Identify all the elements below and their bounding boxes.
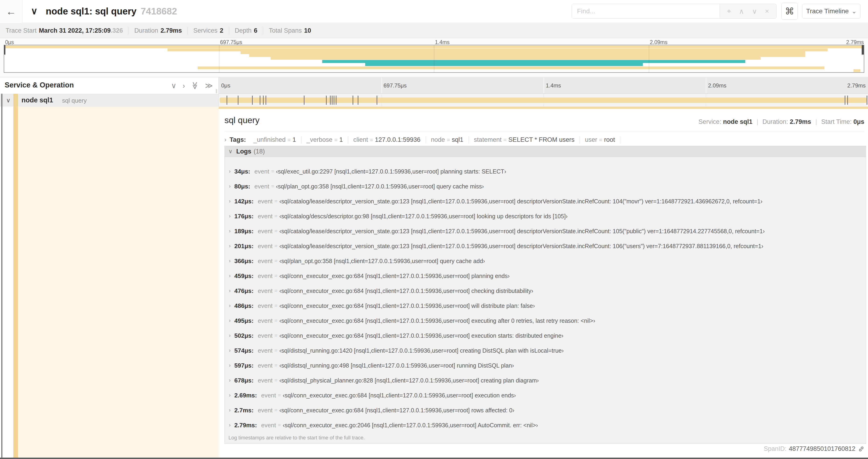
- log-entry[interactable]: › 597μs: event = ‹sql/distsql_running.go…: [225, 358, 866, 373]
- tag-pill: _verbose=1: [302, 136, 348, 143]
- collapse-controls: ∨›≫≫: [171, 81, 213, 90]
- log-marker: [352, 96, 353, 105]
- log-entry[interactable]: › 142μs: event = ‹sql/catalog/lease/desc…: [225, 194, 866, 209]
- span-row-timeline-cell[interactable]: [219, 94, 868, 107]
- log-entry[interactable]: › 189μs: event = ‹sql/catalog/lease/desc…: [225, 224, 866, 239]
- back-button[interactable]: ←: [0, 0, 22, 23]
- minimap-span-bar: [322, 60, 745, 63]
- log-entry[interactable]: › 176μs: event = ‹sql/catalog/descs/desc…: [225, 209, 866, 224]
- left-scrollbar[interactable]: [1, 94, 2, 458]
- logs-label: Logs: [236, 148, 251, 155]
- log-marker: [334, 96, 334, 105]
- log-marker: [332, 96, 333, 105]
- log-entry[interactable]: › 366μs: event = ‹sql/plan_opt.go:358 [n…: [225, 254, 866, 268]
- log-entry[interactable]: › 2.69ms: event = ‹sql/conn_executor_exe…: [225, 388, 866, 403]
- span-detail-meta: Service: node sql1|Duration: 2.79ms|Star…: [699, 118, 864, 126]
- view-selector-button[interactable]: Trace Timeline ⌄: [802, 4, 861, 19]
- tick-label: 2.79ms: [846, 39, 864, 45]
- chevron-right-icon: ›: [229, 213, 230, 219]
- find-controls: ⌖∧∨×: [720, 4, 776, 19]
- spanid-value: 4877749850101760812: [789, 445, 856, 453]
- chevron-down-icon: ⌄: [851, 8, 857, 15]
- log-marker: [330, 96, 331, 105]
- span-collapse-chevron-icon[interactable]: ∨: [6, 97, 10, 104]
- tag-pill: node=sql1: [426, 136, 469, 143]
- minimap-span-bar: [241, 51, 805, 54]
- log-marker: [238, 96, 239, 105]
- spanid-label: SpanID:: [764, 445, 786, 453]
- trace-title: node sql1: sql query7418682: [46, 6, 177, 17]
- logs-footnote: Log timestamps are relative to the start…: [225, 433, 866, 443]
- tags-section-toggle[interactable]: › Tags: _unfinished=1_verbose=1client=12…: [224, 135, 620, 145]
- expand-all-icon[interactable]: ≫: [205, 81, 213, 90]
- chevron-right-icon: ›: [229, 318, 230, 324]
- timeline-header-row: Service & Operation ∨›≫≫ ∥ 0μs697.75μs1.…: [0, 77, 868, 94]
- log-entry[interactable]: › 80μs: event = ‹sql/plan_opt.go:358 [ns…: [225, 179, 866, 194]
- prev-match-icon[interactable]: ∧: [739, 7, 744, 15]
- log-entry[interactable]: › 34μs: event = ‹sql/exec_util.go:2297 […: [225, 164, 866, 179]
- chevron-right-icon: ›: [229, 243, 230, 249]
- trace-id: 7418682: [141, 6, 177, 16]
- minimap-span-bar: [271, 57, 761, 60]
- log-entry[interactable]: › 486μs: event = ‹sql/conn_executor_exec…: [225, 298, 866, 313]
- chevron-right-icon: ›: [229, 288, 230, 294]
- copy-link-icon[interactable]: [858, 446, 865, 453]
- trace-stat: Trace StartMarch 31 2022, 17:25:09.326: [4, 27, 129, 34]
- minimap-tick-labels: 0μs697.75μs1.4ms2.09ms2.79ms: [4, 39, 864, 45]
- minimap-canvas[interactable]: [4, 45, 864, 73]
- span-row-name-cell[interactable]: ∨ node sql1 sql query: [0, 94, 219, 107]
- tag-pill: _unfinished=1: [248, 136, 302, 143]
- trace-collapse-chevron-icon[interactable]: ∨: [31, 6, 37, 16]
- find-input[interactable]: [572, 4, 720, 19]
- operation-name: sql query: [62, 97, 87, 104]
- tick-label: 2.09ms: [650, 39, 667, 45]
- chevron-right-icon: ›: [229, 333, 230, 339]
- keyboard-shortcuts-button[interactable]: ⌘: [781, 3, 798, 20]
- expand-one-icon[interactable]: ›: [183, 81, 185, 90]
- minimap-right-scrubber[interactable]: [862, 45, 864, 55]
- service-tint-background: [18, 107, 219, 459]
- chevron-right-icon: ›: [229, 348, 230, 354]
- divider: [224, 131, 864, 131]
- log-marker: [304, 96, 305, 105]
- log-entry[interactable]: › 201μs: event = ‹sql/catalog/lease/desc…: [225, 239, 866, 254]
- tick-label: 0μs: [5, 39, 14, 45]
- minimap-span-bar: [167, 48, 828, 51]
- tick-label: 697.75μs: [383, 82, 407, 89]
- log-entry[interactable]: › 459μs: event = ‹sql/conn_executor_exec…: [225, 268, 866, 283]
- span-detail-accent-border: [219, 107, 868, 109]
- locate-icon[interactable]: ⌖: [727, 7, 731, 15]
- collapse-one-icon[interactable]: ∨: [171, 81, 177, 90]
- next-match-icon[interactable]: ∨: [752, 7, 757, 15]
- log-entry[interactable]: › 502μs: event = ‹sql/conn_executor_exec…: [225, 328, 866, 343]
- start-time-label: Start Time:: [821, 118, 852, 125]
- log-entry[interactable]: › 574μs: event = ‹sql/distsql_running.go…: [225, 343, 866, 358]
- chevron-right-icon: ›: [229, 407, 230, 413]
- tick-label: 2.09ms: [708, 82, 726, 89]
- chevron-down-icon: ∨: [228, 148, 232, 155]
- collapse-all-icon[interactable]: ≫: [191, 81, 199, 90]
- logs-section-toggle[interactable]: ∨ Logs (18): [225, 146, 866, 157]
- ruler-gridline: [706, 77, 706, 94]
- clear-search-icon[interactable]: ×: [765, 7, 769, 15]
- page-header: ← ∨ node sql1: sql query7418682 ⌖∧∨× ⌘ T…: [0, 0, 868, 23]
- log-entry[interactable]: › 495μs: event = ‹sql/conn_executor_exec…: [225, 313, 866, 328]
- log-marker: [263, 96, 264, 105]
- log-entry[interactable]: › 2.7ms: event = ‹sql/conn_executor_exec…: [225, 403, 866, 418]
- minimap-span-bar: [854, 69, 860, 72]
- chevron-right-icon: ›: [224, 136, 226, 143]
- logs-section: ∨ Logs (18) › 34μs: event = ‹sql/exec_ut…: [224, 146, 866, 444]
- log-entry[interactable]: › 476μs: event = ‹sql/conn_executor_exec…: [225, 283, 866, 298]
- span-row[interactable]: ∨ node sql1 sql query: [0, 94, 868, 107]
- chevron-right-icon: ›: [229, 258, 230, 264]
- chevron-right-icon: ›: [229, 303, 230, 309]
- trace-stat: Services2: [187, 27, 229, 34]
- service-operation-header: Service & Operation ∨›≫≫ ∥: [0, 77, 219, 94]
- log-entry[interactable]: › 678μs: event = ‹sql/distsql_physical_p…: [225, 373, 866, 388]
- duration-label: Duration:: [763, 118, 788, 125]
- minimap-left-scrubber[interactable]: [4, 45, 5, 55]
- span-detail-panel: sql query Service: node sql1|Duration: 2…: [219, 107, 868, 456]
- log-entry[interactable]: › 2.79ms: event = ‹sql/conn_executor_exe…: [225, 418, 866, 433]
- column-resizer-handle[interactable]: ∥: [215, 88, 218, 94]
- span-duration-bar[interactable]: [220, 97, 867, 103]
